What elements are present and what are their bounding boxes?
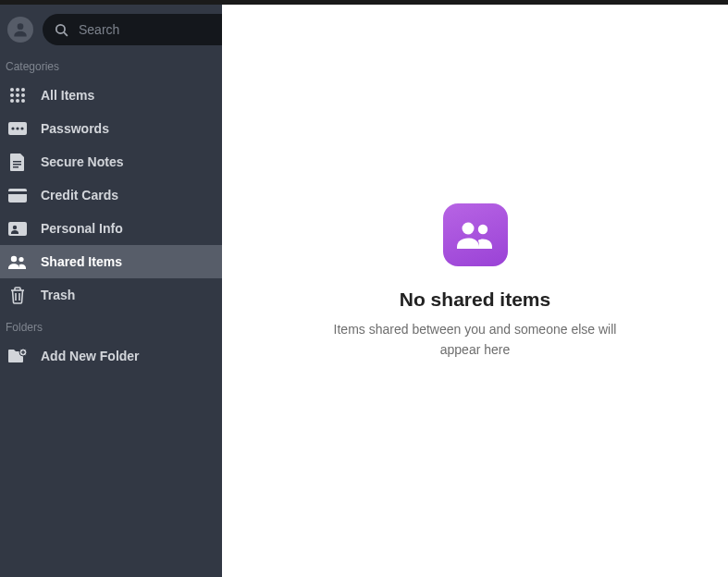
svg-point-6	[10, 93, 14, 97]
sidebar-item-secure-notes[interactable]: Secure Notes	[0, 145, 222, 178]
sidebar-item-label: Personal Info	[41, 221, 123, 236]
svg-point-5	[21, 88, 25, 92]
svg-point-7	[16, 93, 19, 97]
empty-state-subtitle: Items shared between you and someone els…	[327, 320, 623, 360]
sidebar-item-label: Credit Cards	[41, 188, 118, 203]
note-icon	[7, 153, 28, 170]
svg-point-10	[16, 99, 19, 103]
svg-point-23	[11, 255, 17, 261]
grid-icon	[7, 87, 28, 104]
svg-point-8	[21, 93, 25, 97]
svg-rect-17	[13, 164, 21, 166]
categories-label: Categories	[0, 51, 222, 79]
svg-point-11	[21, 99, 25, 103]
folder-add-icon	[7, 348, 28, 364]
trash-icon	[7, 287, 28, 303]
credit-card-icon	[7, 187, 28, 203]
sidebar-item-shared-items[interactable]: Shared Items	[0, 245, 222, 278]
svg-point-30	[462, 222, 474, 234]
svg-rect-18	[13, 166, 19, 168]
sidebar-item-trash[interactable]: Trash	[0, 278, 222, 312]
sidebar-item-credit-cards[interactable]: Credit Cards	[0, 178, 222, 212]
search-field[interactable]	[43, 14, 222, 45]
sidebar-item-label: Shared Items	[41, 254, 122, 269]
svg-point-24	[19, 256, 23, 261]
sidebar-item-label: All Items	[41, 88, 94, 103]
svg-point-3	[10, 88, 14, 92]
sidebar-item-all-items[interactable]: All Items	[0, 79, 222, 112]
sidebar: Categories All Items Passwords	[0, 5, 222, 577]
app-root: Categories All Items Passwords	[0, 5, 728, 577]
sidebar-item-label: Secure Notes	[41, 154, 123, 169]
svg-point-15	[20, 127, 23, 129]
sidebar-item-label: Trash	[41, 288, 75, 302]
user-icon	[11, 20, 30, 39]
empty-state-title: No shared items	[400, 288, 550, 311]
empty-state-icon-wrap	[443, 203, 508, 266]
empty-state: No shared items Items shared between you…	[327, 203, 623, 360]
svg-line-2	[64, 31, 68, 35]
svg-rect-16	[13, 161, 21, 163]
sidebar-item-personal-info[interactable]: Personal Info	[0, 212, 222, 245]
people-icon	[455, 221, 496, 249]
folders-label: Folders	[0, 312, 222, 339]
sidebar-item-label: Add New Folder	[41, 349, 140, 363]
svg-point-13	[11, 127, 14, 129]
id-card-icon	[7, 220, 28, 237]
sidebar-item-passwords[interactable]: Passwords	[0, 112, 222, 145]
svg-point-4	[16, 88, 19, 92]
svg-rect-20	[8, 191, 27, 194]
svg-point-0	[18, 23, 24, 30]
svg-point-31	[477, 225, 487, 234]
svg-point-14	[16, 127, 19, 129]
search-icon	[54, 22, 69, 38]
sidebar-item-label: Passwords	[41, 121, 109, 136]
search-input[interactable]	[79, 22, 222, 37]
svg-point-1	[56, 24, 65, 32]
password-icon	[7, 120, 28, 137]
sidebar-header	[0, 5, 222, 51]
avatar[interactable]	[7, 17, 33, 43]
svg-point-9	[10, 99, 14, 103]
svg-point-22	[13, 225, 17, 228]
people-icon	[7, 253, 28, 270]
sidebar-item-add-folder[interactable]: Add New Folder	[0, 339, 222, 373]
svg-rect-19	[8, 189, 27, 203]
main-content: No shared items Items shared between you…	[222, 5, 728, 577]
